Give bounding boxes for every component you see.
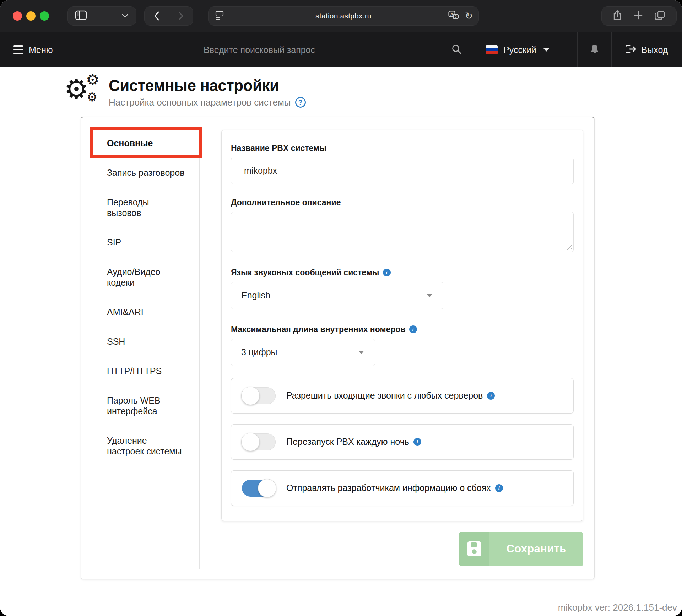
sidebar-toggle-group bbox=[67, 6, 136, 26]
page-title: Системные настройки bbox=[109, 77, 306, 95]
chevron-down-icon[interactable] bbox=[122, 13, 128, 19]
settings-form-area: Название PBX системы Дополнительное опис… bbox=[199, 117, 595, 579]
language-caret-icon bbox=[543, 48, 549, 52]
pbx-name-input[interactable] bbox=[231, 158, 574, 184]
description-textarea[interactable] bbox=[231, 212, 574, 252]
tab-ssh[interactable]: SSH bbox=[107, 336, 185, 347]
tab-call-transfers[interactable]: Переводы вызовов bbox=[107, 197, 185, 218]
nightly-restart-label: Перезапуск PBX каждую ночь bbox=[286, 437, 409, 447]
bell-icon bbox=[590, 44, 600, 56]
description-label: Дополнительное описание bbox=[231, 198, 574, 207]
history-nav-group bbox=[144, 6, 193, 26]
sound-language-value: English bbox=[241, 290, 270, 301]
browser-chrome: station.astpbx.ru A 文 ↻ bbox=[0, 0, 682, 32]
save-icon bbox=[459, 532, 489, 566]
logout-label: Выход bbox=[642, 45, 668, 55]
ext-length-value: 3 цифры bbox=[241, 347, 277, 357]
save-button[interactable]: Сохранить bbox=[459, 532, 583, 566]
russian-flag-icon bbox=[486, 45, 498, 54]
annotation-highlight-box bbox=[90, 127, 202, 158]
global-search bbox=[192, 32, 481, 67]
send-crash-info-toggle[interactable] bbox=[242, 480, 276, 497]
pbx-name-label: Название PBX системы bbox=[231, 144, 574, 153]
tab-sip[interactable]: SIP bbox=[107, 237, 185, 248]
tab-http-https[interactable]: HTTP/HTTPS bbox=[107, 366, 185, 376]
settings-tab-menu: Основные Запись разговоров Переводы вызо… bbox=[81, 117, 199, 579]
new-tab-icon[interactable] bbox=[634, 11, 643, 21]
menu-label: Меню bbox=[29, 45, 53, 55]
allow-anonymous-toggle[interactable] bbox=[242, 387, 276, 404]
sound-language-select[interactable]: English bbox=[231, 282, 443, 309]
info-icon[interactable]: i bbox=[487, 392, 495, 400]
app-navbar: Меню Русский bbox=[0, 32, 682, 67]
menu-button[interactable]: Меню bbox=[0, 32, 66, 67]
forward-button[interactable] bbox=[169, 7, 193, 25]
tab-codecs[interactable]: Аудио/Видео кодеки bbox=[107, 266, 185, 288]
select-caret-icon bbox=[427, 294, 432, 297]
tab-overview-icon[interactable] bbox=[655, 10, 665, 22]
tab-web-password[interactable]: Пароль WEB интерфейса bbox=[107, 395, 185, 416]
tab-call-recording[interactable]: Запись разговоров bbox=[107, 167, 185, 178]
language-selector[interactable]: Русский bbox=[481, 32, 577, 67]
gears-icon: ⚙ ⚙ ⚙ bbox=[66, 77, 102, 107]
close-window-button[interactable] bbox=[13, 11, 22, 21]
help-icon[interactable]: ? bbox=[295, 97, 306, 108]
minimize-window-button[interactable] bbox=[26, 11, 36, 21]
notifications-button[interactable] bbox=[577, 32, 612, 67]
save-button-label: Сохранить bbox=[489, 542, 583, 555]
general-settings-panel: Название PBX системы Дополнительное опис… bbox=[221, 130, 583, 521]
language-label: Русский bbox=[503, 45, 536, 55]
send-crash-info-label: Отправлять разработчикам информацию о сб… bbox=[286, 483, 491, 493]
send-crash-info-row: Отправлять разработчикам информацию о сб… bbox=[231, 470, 574, 506]
info-icon[interactable]: i bbox=[413, 438, 421, 446]
url-text[interactable]: station.astpbx.ru bbox=[209, 12, 478, 20]
toolbar-actions bbox=[601, 6, 677, 26]
info-icon[interactable]: i bbox=[409, 325, 417, 333]
search-icon[interactable] bbox=[451, 44, 462, 56]
hamburger-icon bbox=[13, 45, 23, 54]
search-input[interactable] bbox=[203, 44, 426, 55]
navbar-spacer bbox=[66, 32, 192, 67]
allow-anonymous-label: Разрешить входящие звонки с любых сервер… bbox=[286, 390, 483, 401]
nightly-restart-row: Перезапуск PBX каждую ночь i bbox=[231, 424, 574, 460]
tab-reset-settings[interactable]: Удаление настроек системы bbox=[107, 435, 185, 456]
page-header: ⚙ ⚙ ⚙ Системные настройки Настройка осно… bbox=[66, 77, 595, 108]
tab-ami-ari[interactable]: AMI&ARI bbox=[107, 307, 185, 317]
allow-anonymous-row: Разрешить входящие звонки с любых сервер… bbox=[231, 378, 574, 414]
info-icon[interactable]: i bbox=[383, 269, 391, 276]
sidebar-toggle-icon[interactable] bbox=[75, 10, 87, 22]
page-subtitle: Настройка основных параметров системы bbox=[109, 97, 291, 108]
select-caret-icon bbox=[358, 351, 364, 354]
menu-divider bbox=[199, 127, 200, 569]
settings-card: Основные Запись разговоров Переводы вызо… bbox=[81, 117, 595, 579]
resize-handle[interactable] bbox=[567, 245, 572, 250]
browser-window: station.astpbx.ru A 文 ↻ bbox=[0, 0, 682, 616]
nightly-restart-toggle[interactable] bbox=[242, 433, 276, 450]
language-select-label: Язык звуковых сообщений системы bbox=[231, 268, 379, 277]
info-icon[interactable]: i bbox=[495, 484, 503, 492]
zoom-window-button[interactable] bbox=[40, 11, 49, 21]
reload-icon[interactable]: ↻ bbox=[465, 11, 473, 21]
translate-icon[interactable]: A 文 bbox=[448, 11, 459, 21]
svg-text:文: 文 bbox=[454, 15, 458, 19]
version-text: mikopbx ver: 2026.1.151-dev bbox=[558, 602, 677, 613]
address-bar[interactable]: station.astpbx.ru A 文 ↻ bbox=[208, 6, 479, 26]
ext-length-label: Максимальная длина внутренних номеров bbox=[231, 325, 406, 334]
back-button[interactable] bbox=[145, 7, 169, 25]
svg-text:A: A bbox=[450, 12, 453, 16]
traffic-lights bbox=[13, 11, 49, 21]
page-content: ⚙ ⚙ ⚙ Системные настройки Настройка осно… bbox=[0, 67, 682, 616]
share-icon[interactable] bbox=[613, 10, 622, 22]
logout-icon bbox=[626, 44, 637, 55]
address-bar-actions: A 文 ↻ bbox=[448, 11, 473, 21]
logout-button[interactable]: Выход bbox=[612, 32, 682, 67]
save-row: Сохранить bbox=[221, 532, 583, 566]
ext-length-select[interactable]: 3 цифры bbox=[231, 339, 375, 366]
